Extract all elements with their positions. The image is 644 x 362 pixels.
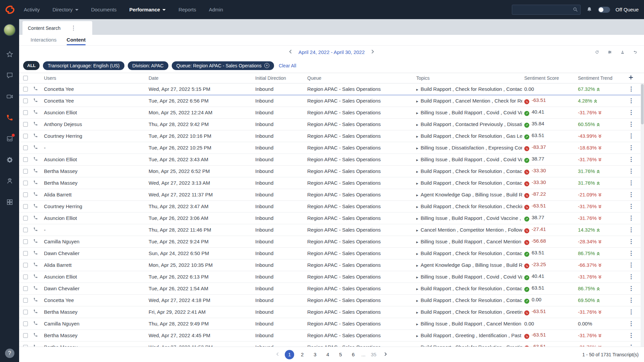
- favorites-star-icon[interactable]: [6, 50, 14, 58]
- chat-icon[interactable]: [6, 71, 14, 79]
- expand-caret-icon[interactable]: ▸: [416, 111, 418, 115]
- filter-chip[interactable]: Transcript Language: English (US): [43, 61, 124, 70]
- expand-caret-icon[interactable]: ▸: [416, 216, 418, 221]
- column-header-queue[interactable]: Queue: [305, 73, 414, 83]
- row-menu-button[interactable]: ⋮: [628, 227, 634, 233]
- row-menu-button[interactable]: ⋮: [628, 191, 634, 198]
- page-next-button[interactable]: [382, 351, 389, 358]
- row-menu-button[interactable]: ⋮: [628, 274, 634, 280]
- table-row[interactable]: Concetta YeeWed, Apr 27, 2022 4:18 PMInb…: [19, 294, 644, 306]
- table-row[interactable]: Bertha MasseyMon, Apr 25, 2022 6:52 PMIn…: [19, 165, 644, 177]
- row-menu-button[interactable]: ⋮: [628, 309, 634, 315]
- tab-content-search[interactable]: Content Search ⋮: [22, 21, 92, 35]
- date-range-label[interactable]: April 24, 2022 - April 30, 2022: [299, 49, 365, 55]
- nav-item-activity[interactable]: Activity: [24, 7, 40, 12]
- search-input[interactable]: [512, 5, 581, 15]
- page-button-5[interactable]: 5: [336, 350, 345, 359]
- page-button-2[interactable]: 2: [298, 350, 307, 359]
- search-icon[interactable]: [573, 7, 578, 14]
- row-checkbox[interactable]: [23, 169, 28, 174]
- nav-item-directory[interactable]: Directory: [53, 7, 78, 12]
- add-tab-button[interactable]: [96, 22, 106, 33]
- row-checkbox[interactable]: [23, 310, 28, 314]
- expand-caret-icon[interactable]: ▸: [416, 181, 418, 186]
- expand-caret-icon[interactable]: ▸: [416, 263, 418, 268]
- row-checkbox[interactable]: [23, 239, 28, 244]
- expand-caret-icon[interactable]: ▸: [416, 322, 418, 326]
- filter-chip[interactable]: Division: APAC: [128, 61, 168, 70]
- row-checkbox[interactable]: [23, 333, 28, 338]
- download-icon[interactable]: [619, 48, 627, 56]
- table-row[interactable]: Asuncion ElliotTue, Apr 26, 2022 6:13 PM…: [19, 271, 644, 283]
- expand-caret-icon[interactable]: ▸: [416, 134, 418, 139]
- table-row[interactable]: Bertha MasseyWed, Apr 27, 2022 4:45 PMIn…: [19, 329, 644, 341]
- row-menu-button[interactable]: ⋮: [628, 86, 634, 92]
- expand-caret-icon[interactable]: ▸: [416, 251, 418, 256]
- row-menu-button[interactable]: ⋮: [628, 109, 634, 116]
- page-button-1[interactable]: 1: [285, 350, 294, 359]
- expand-caret-icon[interactable]: ▸: [416, 334, 418, 338]
- column-header-date[interactable]: Date: [147, 73, 253, 83]
- expand-caret-icon[interactable]: ▸: [416, 122, 418, 127]
- row-checkbox[interactable]: [23, 228, 28, 232]
- row-menu-button[interactable]: ⋮: [628, 215, 634, 221]
- table-row[interactable]: Alida BarrettMon, Apr 25, 2022 10:35 PMI…: [19, 259, 644, 271]
- table-row[interactable]: Concetta YeeWed, Apr 27, 2022 5:15 PMInb…: [19, 83, 644, 95]
- agent-headset-icon[interactable]: [6, 177, 14, 185]
- row-checkbox[interactable]: [23, 286, 28, 291]
- nav-item-documents[interactable]: Documents: [91, 7, 117, 12]
- expand-caret-icon[interactable]: ▸: [416, 204, 418, 209]
- table-row[interactable]: Courtney HerringThu, Apr 28, 2022 3:47 A…: [19, 200, 644, 212]
- notifications-bell-icon[interactable]: [586, 6, 593, 13]
- page-prev-button[interactable]: [274, 351, 281, 358]
- row-checkbox[interactable]: [23, 122, 28, 127]
- date-prev-button[interactable]: [287, 49, 294, 56]
- chip-close-icon[interactable]: ×: [264, 63, 269, 68]
- row-checkbox[interactable]: [23, 110, 28, 115]
- column-header-sentiment-trend[interactable]: Sentiment Trend: [576, 73, 626, 83]
- settings-gear-icon[interactable]: [6, 156, 14, 164]
- table-row[interactable]: Dawn ChevalierSun, Apr 24, 2022 6:50 PMI…: [19, 247, 644, 259]
- table-row[interactable]: Asuncion ElliotMon, Apr 25, 2022 12:24 A…: [19, 107, 644, 118]
- filter-chip[interactable]: Queue: Region APAC - Sales Operations×: [172, 61, 274, 70]
- row-menu-button[interactable]: ⋮: [628, 320, 634, 327]
- expand-caret-icon[interactable]: ▸: [416, 158, 418, 162]
- add-column-button[interactable]: [628, 75, 634, 81]
- row-checkbox[interactable]: [23, 321, 28, 326]
- expand-caret-icon[interactable]: ▸: [416, 99, 418, 104]
- expand-caret-icon[interactable]: ▸: [416, 298, 418, 303]
- nav-item-performance[interactable]: Performance: [129, 7, 166, 12]
- off-queue-toggle[interactable]: [598, 7, 610, 13]
- row-checkbox[interactable]: [23, 181, 28, 185]
- row-checkbox[interactable]: [23, 204, 28, 209]
- expand-caret-icon[interactable]: ▸: [416, 169, 418, 174]
- tab-menu-icon[interactable]: ⋮: [69, 24, 77, 32]
- expand-caret-icon[interactable]: ▸: [416, 193, 418, 197]
- row-menu-button[interactable]: ⋮: [628, 121, 634, 127]
- row-checkbox[interactable]: [23, 134, 28, 138]
- row-menu-button[interactable]: ⋮: [628, 250, 634, 256]
- user-avatar[interactable]: [3, 24, 16, 36]
- expand-caret-icon[interactable]: ▸: [416, 275, 418, 280]
- expand-caret-icon[interactable]: ▸: [416, 310, 418, 315]
- column-header-topics[interactable]: Topics: [414, 73, 522, 83]
- view-settings-icon[interactable]: [606, 48, 614, 56]
- filter-all-badge[interactable]: ALL: [23, 61, 40, 70]
- row-checkbox[interactable]: [23, 192, 28, 197]
- row-checkbox[interactable]: [23, 275, 28, 279]
- table-row[interactable]: Bertha MasseyWed, Apr 27, 2022 11:52 PMI…: [19, 341, 644, 347]
- column-header-initial-direction[interactable]: Initial Direction: [253, 73, 305, 83]
- row-menu-button[interactable]: ⋮: [628, 262, 634, 268]
- table-row[interactable]: Asuncion ElliotTue, Apr 26, 2022 3:06 AM…: [19, 212, 644, 224]
- table-row[interactable]: Dawn ChevalierTue, Apr 26, 2022 1:54 AMI…: [19, 283, 644, 294]
- column-header-sentiment-score[interactable]: Sentiment Score: [522, 73, 576, 83]
- row-menu-button[interactable]: ⋮: [628, 180, 634, 186]
- table-scrollbar[interactable]: [641, 83, 644, 347]
- clear-all-link[interactable]: Clear All: [279, 63, 296, 68]
- apps-grid-icon[interactable]: [6, 198, 14, 206]
- scrollbar-thumb[interactable]: [641, 84, 644, 124]
- row-menu-button[interactable]: ⋮: [628, 285, 634, 292]
- refresh-icon[interactable]: [593, 48, 601, 56]
- row-checkbox[interactable]: [23, 145, 28, 150]
- expand-caret-icon[interactable]: ▸: [416, 228, 418, 233]
